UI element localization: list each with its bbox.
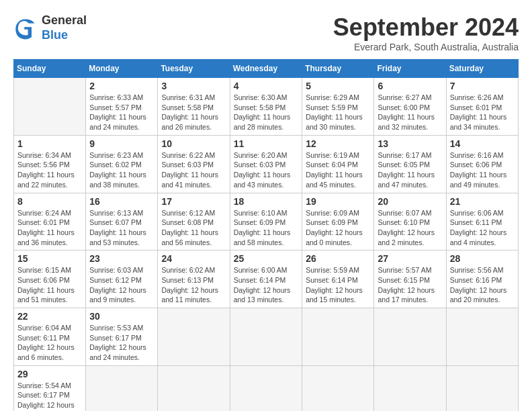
- calendar-week-4: 15 Sunrise: 6:15 AM Sunset: 6:06 PM Dayl…: [14, 250, 519, 308]
- day-info: Sunrise: 6:02 AM Sunset: 6:13 PM Dayligh…: [161, 265, 226, 305]
- day-number: 7: [450, 81, 515, 91]
- logo: General Blue: [13, 13, 87, 42]
- day-number: 25: [234, 253, 299, 264]
- calendar-week-6: 29 Sunrise: 5:54 AM Sunset: 6:17 PM Dayl…: [14, 365, 519, 411]
- day-info: Sunrise: 6:29 AM Sunset: 5:59 PM Dayligh…: [306, 93, 370, 132]
- calendar-cell: [158, 365, 230, 411]
- day-info: Sunrise: 6:17 AM Sunset: 6:05 PM Dayligh…: [378, 150, 442, 190]
- calendar-cell: [86, 365, 158, 411]
- calendar-week-5: 22 Sunrise: 6:04 AM Sunset: 6:11 PM Dayl…: [14, 308, 519, 366]
- day-info: Sunrise: 6:26 AM Sunset: 6:01 PM Dayligh…: [450, 93, 515, 132]
- calendar-cell: [374, 308, 446, 366]
- calendar-cell: [230, 365, 302, 411]
- day-header-wednesday: Wednesday: [230, 60, 302, 78]
- calendar-cell: 29 Sunrise: 5:54 AM Sunset: 6:17 PM Dayl…: [14, 365, 86, 411]
- calendar-cell: [374, 365, 446, 411]
- day-info: Sunrise: 6:33 AM Sunset: 5:57 PM Dayligh…: [89, 93, 154, 132]
- calendar-cell: 14 Sunrise: 6:16 AM Sunset: 6:06 PM Dayl…: [446, 135, 518, 193]
- day-number: 20: [378, 196, 442, 207]
- day-info: Sunrise: 6:22 AM Sunset: 6:03 PM Dayligh…: [161, 150, 226, 190]
- day-number: 11: [234, 138, 299, 149]
- day-number: 19: [306, 196, 370, 207]
- day-number: 12: [306, 138, 370, 149]
- day-info: Sunrise: 6:23 AM Sunset: 6:02 PM Dayligh…: [89, 150, 154, 190]
- calendar-cell: 6 Sunrise: 6:27 AM Sunset: 6:00 PM Dayli…: [374, 78, 446, 136]
- day-info: Sunrise: 6:34 AM Sunset: 5:56 PM Dayligh…: [17, 150, 82, 190]
- calendar-week-3: 8 Sunrise: 6:24 AM Sunset: 6:01 PM Dayli…: [14, 193, 519, 250]
- calendar-cell: 23 Sunrise: 6:03 AM Sunset: 6:12 PM Dayl…: [86, 250, 158, 308]
- day-number: 18: [234, 196, 299, 207]
- calendar-table: SundayMondayTuesdayWednesdayThursdayFrid…: [13, 59, 519, 411]
- day-info: Sunrise: 6:09 AM Sunset: 6:09 PM Dayligh…: [306, 208, 370, 248]
- title-block: September 2024 Everard Park, South Austr…: [333, 13, 519, 52]
- day-number: 14: [450, 138, 515, 149]
- day-number: 5: [306, 81, 370, 91]
- day-info: Sunrise: 6:15 AM Sunset: 6:06 PM Dayligh…: [17, 265, 82, 305]
- day-number: 24: [161, 253, 226, 264]
- day-number: 2: [89, 81, 154, 91]
- day-number: 22: [17, 311, 82, 322]
- calendar-week-2: 1 Sunrise: 6:34 AM Sunset: 5:56 PM Dayli…: [14, 135, 519, 193]
- day-header-sunday: Sunday: [14, 60, 86, 78]
- day-info: Sunrise: 6:16 AM Sunset: 6:06 PM Dayligh…: [450, 150, 515, 190]
- calendar-cell: 5 Sunrise: 6:29 AM Sunset: 5:59 PM Dayli…: [302, 78, 374, 136]
- day-number: 28: [450, 253, 515, 264]
- day-info: Sunrise: 5:56 AM Sunset: 6:16 PM Dayligh…: [450, 265, 515, 305]
- day-number: 16: [89, 196, 154, 207]
- day-number: 23: [89, 253, 154, 264]
- calendar-cell: 27 Sunrise: 5:57 AM Sunset: 6:15 PM Dayl…: [374, 250, 446, 308]
- calendar-cell: 1 Sunrise: 6:34 AM Sunset: 5:56 PM Dayli…: [14, 135, 86, 193]
- day-info: Sunrise: 6:31 AM Sunset: 5:58 PM Dayligh…: [161, 93, 226, 132]
- day-info: Sunrise: 6:06 AM Sunset: 6:11 PM Dayligh…: [450, 208, 515, 248]
- calendar-cell: 30 Sunrise: 5:53 AM Sunset: 6:17 PM Dayl…: [86, 308, 158, 366]
- calendar-cell: 18 Sunrise: 6:10 AM Sunset: 6:09 PM Dayl…: [230, 193, 302, 250]
- calendar-cell: 15 Sunrise: 6:15 AM Sunset: 6:06 PM Dayl…: [14, 250, 86, 308]
- day-info: Sunrise: 5:57 AM Sunset: 6:15 PM Dayligh…: [378, 265, 442, 305]
- calendar-cell: 3 Sunrise: 6:31 AM Sunset: 5:58 PM Dayli…: [158, 78, 230, 136]
- calendar-cell: [302, 365, 374, 411]
- day-number: 13: [378, 138, 442, 149]
- day-info: Sunrise: 6:03 AM Sunset: 6:12 PM Dayligh…: [89, 265, 154, 305]
- calendar-cell: [446, 308, 518, 366]
- day-info: Sunrise: 6:10 AM Sunset: 6:09 PM Dayligh…: [234, 208, 299, 248]
- calendar-cell: 11 Sunrise: 6:20 AM Sunset: 6:03 PM Dayl…: [230, 135, 302, 193]
- calendar-cell: 10 Sunrise: 6:22 AM Sunset: 6:03 PM Dayl…: [158, 135, 230, 193]
- day-header-monday: Monday: [86, 60, 158, 78]
- calendar-cell: 7 Sunrise: 6:26 AM Sunset: 6:01 PM Dayli…: [446, 78, 518, 136]
- calendar-cell: [158, 308, 230, 366]
- calendar-cell: [302, 308, 374, 366]
- day-info: Sunrise: 6:20 AM Sunset: 6:03 PM Dayligh…: [234, 150, 299, 190]
- page-header: General Blue September 2024 Everard Park…: [13, 13, 519, 52]
- day-info: Sunrise: 6:12 AM Sunset: 6:08 PM Dayligh…: [161, 208, 226, 248]
- day-info: Sunrise: 6:24 AM Sunset: 6:01 PM Dayligh…: [17, 208, 82, 248]
- calendar-cell: 19 Sunrise: 6:09 AM Sunset: 6:09 PM Dayl…: [302, 193, 374, 250]
- calendar-cell: [230, 308, 302, 366]
- calendar-cell: 21 Sunrise: 6:06 AM Sunset: 6:11 PM Dayl…: [446, 193, 518, 250]
- logo-icon: [13, 16, 38, 40]
- day-number: 27: [378, 253, 442, 264]
- day-number: 26: [306, 253, 370, 264]
- day-info: Sunrise: 5:59 AM Sunset: 6:14 PM Dayligh…: [306, 265, 370, 305]
- logo-text: General Blue: [42, 13, 87, 42]
- calendar-cell: 24 Sunrise: 6:02 AM Sunset: 6:13 PM Dayl…: [158, 250, 230, 308]
- location: Everard Park, South Australia, Australia: [333, 42, 519, 52]
- calendar-cell: 12 Sunrise: 6:19 AM Sunset: 6:04 PM Dayl…: [302, 135, 374, 193]
- day-number: 1: [17, 138, 82, 149]
- month-title: September 2024: [333, 13, 519, 42]
- calendar-cell: 13 Sunrise: 6:17 AM Sunset: 6:05 PM Dayl…: [374, 135, 446, 193]
- calendar-cell: 17 Sunrise: 6:12 AM Sunset: 6:08 PM Dayl…: [158, 193, 230, 250]
- day-number: 4: [234, 81, 299, 91]
- calendar-cell: 20 Sunrise: 6:07 AM Sunset: 6:10 PM Dayl…: [374, 193, 446, 250]
- day-header-thursday: Thursday: [302, 60, 374, 78]
- day-header-friday: Friday: [374, 60, 446, 78]
- calendar-cell: 28 Sunrise: 5:56 AM Sunset: 6:16 PM Dayl…: [446, 250, 518, 308]
- calendar-cell: [446, 365, 518, 411]
- day-number: 8: [17, 196, 82, 207]
- calendar-cell: 4 Sunrise: 6:30 AM Sunset: 5:58 PM Dayli…: [230, 78, 302, 136]
- day-number: 3: [161, 81, 226, 91]
- day-info: Sunrise: 6:19 AM Sunset: 6:04 PM Dayligh…: [306, 150, 370, 190]
- day-info: Sunrise: 6:07 AM Sunset: 6:10 PM Dayligh…: [378, 208, 442, 248]
- calendar-cell: 16 Sunrise: 6:13 AM Sunset: 6:07 PM Dayl…: [86, 193, 158, 250]
- day-info: Sunrise: 6:27 AM Sunset: 6:00 PM Dayligh…: [378, 93, 442, 132]
- day-header-saturday: Saturday: [446, 60, 518, 78]
